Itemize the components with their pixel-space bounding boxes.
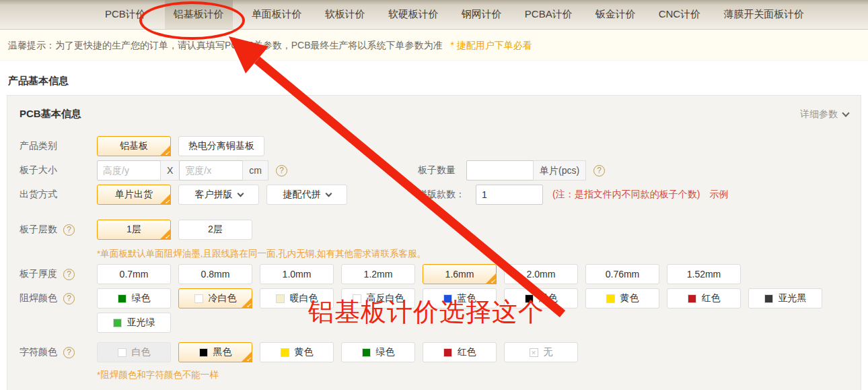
panel-header: PCB基本信息 详细参数	[7, 96, 861, 123]
board-height-input[interactable]	[97, 160, 161, 181]
option-label: 高反白色	[367, 292, 404, 304]
option-char-none[interactable]: 无	[504, 342, 578, 362]
selected-check-icon	[241, 297, 252, 308]
option-yellow[interactable]: 黄色	[585, 288, 659, 308]
tab-aluminum-quote[interactable]: 铝基板计价	[165, 0, 233, 29]
option-jiepei-panelization[interactable]: 捷配代拼	[266, 185, 347, 205]
option-aluminum-board[interactable]: 铝基板	[97, 136, 171, 156]
panel-count-note: (注：是指文件内不同款的板子个数)	[552, 189, 700, 201]
silkscreen-color-label: 字符颜色	[20, 346, 97, 358]
row-layers: 板子层数 1层 2层	[7, 218, 861, 242]
option-label: 冷白色	[209, 292, 237, 304]
board-width-input[interactable]	[179, 160, 243, 181]
size-separator: X	[160, 160, 180, 181]
selected-check-icon	[159, 228, 171, 240]
color-swatch	[276, 294, 285, 303]
pcb-quote-page: PCB计价 铝基板计价 单面板计价 软板计价 软硬板计价 钢网计价 PCBA计价…	[0, 0, 868, 390]
option-char-black[interactable]: 黑色	[178, 342, 252, 362]
color-swatch	[525, 294, 534, 303]
help-icon[interactable]	[63, 224, 75, 236]
tab-single-side-quote[interactable]: 单面板计价	[248, 0, 306, 29]
option-label: 黄色	[620, 292, 639, 304]
color-swatch	[443, 294, 452, 303]
tip-text: 温馨提示：为了更快捷的生产您的订单，请认真填写PCB相关参数，PCB最终生产将以…	[8, 40, 443, 51]
selected-check-icon	[159, 193, 171, 205]
option-1.6mm[interactable]: 1.6mm	[423, 264, 497, 284]
thickness-label-text: 板子厚度	[20, 268, 57, 280]
color-swatch	[688, 294, 696, 303]
option-0.76mm[interactable]: 0.76mm	[585, 264, 659, 284]
option-label: 热电分离铜基板	[188, 140, 254, 152]
option-1.0mm[interactable]: 1.0mm	[260, 264, 334, 284]
solder-color-label: 阻焊颜色	[20, 292, 97, 304]
option-2.0mm[interactable]: 2.0mm	[504, 264, 578, 284]
option-blue[interactable]: 蓝色	[423, 288, 497, 308]
option-warm-white[interactable]: 暖白色	[260, 288, 334, 308]
option-thermoelectric-copper-board[interactable]: 热电分离铜基板	[178, 136, 264, 156]
option-label: 铝基板	[120, 140, 148, 152]
tab-sheet-metal-quote[interactable]: 钣金计价	[591, 0, 640, 29]
option-matte-green[interactable]: 亚光绿	[97, 313, 171, 333]
tab-flex-quote[interactable]: 软板计价	[321, 0, 369, 29]
panel-count-input[interactable]	[476, 185, 543, 205]
option-label: 暖白色	[290, 292, 318, 304]
panel-count-controls: (注：是指文件内不同款的板子个数) 示例	[476, 185, 728, 205]
selected-check-icon	[241, 351, 252, 362]
option-label: 客户拼版	[195, 189, 233, 201]
option-black[interactable]: 黑色	[504, 288, 578, 308]
board-size-controls: X cm	[97, 160, 418, 181]
option-single-piece-shipping[interactable]: 单片出货	[97, 185, 171, 205]
option-label: 0.7mm	[120, 269, 149, 280]
option-label: 1.2mm	[364, 269, 393, 280]
option-red[interactable]: 红色	[667, 288, 741, 308]
option-char-green[interactable]: 绿色	[341, 342, 415, 362]
option-label: 2.0mm	[527, 269, 556, 280]
help-icon[interactable]	[63, 269, 75, 280]
board-qty-input[interactable]	[466, 160, 534, 181]
help-icon[interactable]	[276, 165, 287, 176]
tip-bar: 温馨提示：为了更快捷的生产您的订单，请认真填写PCB相关参数，PCB最终生产将以…	[0, 30, 868, 61]
shipping-method-label: 出货方式	[20, 189, 97, 201]
option-label: 1.52mm	[687, 269, 721, 280]
option-0.8mm[interactable]: 0.8mm	[178, 264, 252, 284]
board-qty-input-group: 单片(pcs)	[466, 160, 586, 181]
detail-params-toggle[interactable]: 详细参数	[800, 108, 848, 121]
option-matte-black[interactable]: 亚光黑	[748, 288, 822, 308]
solder-color-label-text: 阻焊颜色	[20, 292, 57, 304]
selected-check-icon	[159, 145, 171, 156]
tab-membrane-switch-quote[interactable]: 薄膜开关面板计价	[719, 0, 808, 29]
option-customer-panelization[interactable]: 客户拼版	[178, 185, 259, 205]
option-label: 亚光绿	[127, 317, 155, 329]
option-label: 捷配代拼	[283, 189, 321, 201]
silkscreen-color-note: *阻焊颜色和字符颜色不能一样	[7, 367, 861, 383]
option-label: 1.6mm	[445, 269, 474, 280]
color-swatch	[118, 294, 126, 303]
tip-highlight-link[interactable]: * 捷配用户下单必看	[450, 40, 532, 51]
pcb-basic-info-panel: PCB基本信息 详细参数 产品类别 铝基板 热电分离铜基板 板子大小	[7, 95, 861, 390]
option-char-red[interactable]: 红色	[423, 342, 497, 362]
option-2-layer[interactable]: 2层	[178, 220, 252, 240]
help-icon[interactable]	[63, 347, 75, 358]
row-shipping-method: 出货方式 单片出货 客户拼版 捷配代拼 拼版款数： (注：是指文件内不同款的板	[7, 183, 861, 207]
help-icon[interactable]	[593, 165, 605, 176]
tab-cnc-quote[interactable]: CNC计价	[655, 0, 705, 29]
help-icon[interactable]	[63, 293, 75, 304]
option-1.52mm[interactable]: 1.52mm	[667, 264, 741, 284]
tab-stencil-quote[interactable]: 钢网计价	[458, 0, 506, 29]
option-high-reflect-white[interactable]: 高反白色	[341, 288, 415, 308]
tab-pcba-quote[interactable]: PCBA计价	[521, 0, 577, 29]
tab-pcb-quote[interactable]: PCB计价	[101, 0, 150, 29]
option-label: 黑色	[539, 292, 558, 304]
option-char-yellow[interactable]: 黄色	[260, 342, 334, 362]
option-char-white: 白色	[97, 342, 171, 362]
row-board-size-qty: 板子大小 X cm 板子数量 单片(pcs)	[7, 158, 861, 183]
option-1-layer[interactable]: 1层	[97, 220, 171, 240]
option-0.7mm[interactable]: 0.7mm	[97, 264, 171, 284]
option-green[interactable]: 绿色	[97, 288, 171, 308]
option-1.2mm[interactable]: 1.2mm	[341, 264, 415, 284]
row-product-type: 产品类别 铝基板 热电分离铜基板	[7, 134, 861, 158]
product-type-label: 产品类别	[20, 140, 97, 152]
option-cold-white[interactable]: 冷白色	[178, 288, 252, 308]
example-link[interactable]: 示例	[709, 189, 728, 201]
tab-rigid-flex-quote[interactable]: 软硬板计价	[384, 0, 443, 29]
